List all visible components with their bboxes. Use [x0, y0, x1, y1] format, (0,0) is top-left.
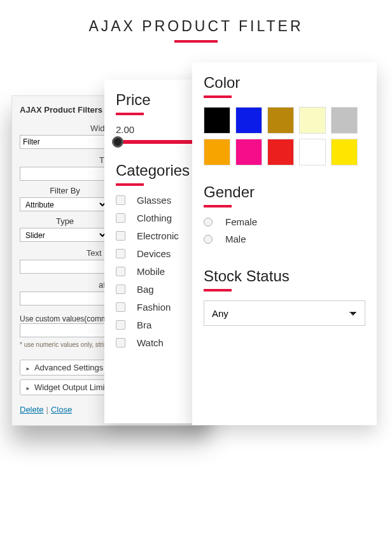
radio-icon[interactable]: [204, 235, 213, 244]
color-swatch[interactable]: [235, 107, 262, 134]
category-item[interactable]: Fashion: [116, 302, 195, 313]
categories-underline: [116, 183, 144, 186]
category-label: Glasses: [137, 195, 171, 206]
footer-separator: |: [46, 405, 48, 414]
categories-list: GlassesClothingElectronicDevicesMobileBa…: [116, 195, 195, 348]
color-swatch[interactable]: [331, 107, 358, 134]
price-categories-card: Price 2.00 Categories GlassesClothingEle…: [104, 80, 206, 423]
category-item[interactable]: Clothing: [116, 213, 195, 223]
category-item[interactable]: Electronic: [116, 230, 195, 241]
stock-underline: [204, 289, 232, 292]
category-label: Watch: [137, 337, 164, 348]
color-swatch[interactable]: [267, 107, 294, 134]
category-label: Mobile: [137, 266, 165, 277]
checkbox-icon[interactable]: [116, 213, 125, 223]
color-underline: [204, 95, 232, 98]
category-item[interactable]: Mobile: [116, 266, 195, 277]
checkbox-icon[interactable]: [116, 338, 125, 348]
color-swatch[interactable]: [204, 139, 230, 165]
color-swatch[interactable]: [204, 107, 230, 134]
color-swatches: [204, 107, 365, 165]
price-underline: [116, 113, 144, 115]
categories-title: Categories: [116, 162, 195, 179]
filter-by-select[interactable]: Attribute: [20, 197, 108, 211]
checkbox-icon[interactable]: [116, 285, 125, 294]
color-swatch[interactable]: [299, 139, 326, 165]
type-label: Type: [20, 211, 110, 228]
filter-by-label: Filter By: [20, 181, 110, 197]
type-select[interactable]: Slider: [20, 228, 108, 242]
color-swatch[interactable]: [235, 139, 262, 165]
category-item[interactable]: Watch: [116, 337, 195, 348]
category-label: Devices: [137, 248, 171, 259]
category-label: Bag: [137, 284, 154, 295]
gender-title: Gender: [204, 183, 365, 201]
checkbox-icon[interactable]: [116, 195, 125, 205]
category-item[interactable]: Glasses: [116, 195, 195, 206]
checkbox-icon[interactable]: [116, 249, 125, 258]
category-label: Fashion: [137, 302, 171, 313]
color-gender-stock-card: Color Gender FemaleMale Stock Status Any: [192, 62, 377, 425]
color-swatch[interactable]: [331, 139, 358, 165]
gender-label: Male: [225, 234, 246, 244]
checkbox-icon[interactable]: [116, 231, 125, 241]
category-item[interactable]: Devices: [116, 248, 195, 259]
checkbox-icon[interactable]: [116, 267, 125, 276]
delete-link[interactable]: Delete: [20, 405, 44, 414]
category-item[interactable]: Bag: [116, 284, 195, 295]
checkbox-icon[interactable]: [116, 320, 125, 330]
close-link[interactable]: Close: [51, 405, 72, 414]
price-slider-thumb[interactable]: [112, 136, 123, 148]
price-title: Price: [116, 91, 195, 109]
gender-option[interactable]: Female: [204, 216, 365, 227]
category-item[interactable]: Bra: [116, 320, 195, 330]
price-value: 2.00: [116, 124, 195, 135]
color-swatch[interactable]: [267, 139, 294, 165]
price-slider[interactable]: [116, 140, 195, 144]
page-title: AJAX PRODUCT FILTER: [0, 18, 392, 35]
title-underline: [174, 40, 218, 43]
category-label: Bra: [137, 320, 151, 330]
color-title: Color: [204, 74, 365, 92]
checkbox-icon[interactable]: [116, 302, 125, 312]
color-swatch[interactable]: [299, 107, 326, 134]
category-label: Clothing: [137, 213, 172, 223]
gender-option[interactable]: Male: [204, 234, 365, 244]
gender-label: Female: [225, 216, 257, 227]
stock-title: Stock Status: [204, 267, 365, 285]
radio-icon[interactable]: [204, 218, 213, 227]
stock-status-select[interactable]: Any: [204, 300, 365, 326]
gender-underline: [204, 205, 232, 207]
category-label: Electronic: [137, 230, 179, 241]
